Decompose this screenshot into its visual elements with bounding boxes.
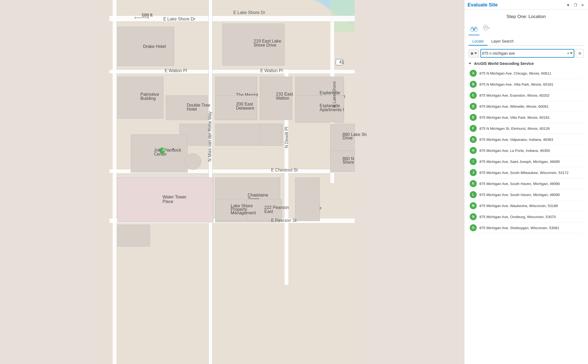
result-item[interactable]: B875 N Michigan Ave, Villa Park, Illinoi… (469, 79, 584, 90)
svg-text:Management: Management (231, 211, 256, 215)
search-row: ⊕ × ≡ (469, 49, 584, 58)
binoculars-icon (470, 24, 478, 33)
search-clear-button[interactable]: × (566, 51, 570, 55)
svg-rect-74 (295, 178, 320, 221)
svg-text:41: 41 (339, 60, 344, 64)
map-pin-plus-icon (482, 24, 491, 33)
icon-tab-locate[interactable] (469, 23, 479, 35)
svg-rect-17 (113, 0, 116, 364)
result-list: A875 N Michigan Ave, Chicago, Illinois, … (469, 68, 584, 233)
result-item[interactable]: K875 Michigan Ave, South Haven, Michigan… (469, 178, 584, 189)
result-badge: G (470, 136, 477, 143)
svg-text:Water Tower: Water Tower (162, 195, 187, 199)
result-badge: L (470, 191, 477, 198)
step-title: Step One: Location (469, 14, 584, 19)
result-badge: K (470, 180, 477, 187)
result-badge: O (470, 224, 477, 231)
tabs-row: Locate Layer Search (469, 37, 584, 46)
svg-text:Walton: Walton (276, 96, 289, 100)
result-badge: H (470, 147, 477, 154)
svg-text:E Walton Pl: E Walton Pl (165, 68, 187, 73)
result-text: 875 Michigan Ave, South Haven, Michigan,… (479, 193, 560, 197)
result-badge: D (470, 103, 477, 110)
result-badge: N (470, 213, 477, 220)
restore-button[interactable]: ❐ (573, 2, 578, 8)
search-input-dropdown-icon (570, 52, 573, 54)
svg-rect-96 (473, 29, 475, 30)
result-item[interactable]: H875 Michigan Ave, La Porte, Indiana, 46… (469, 145, 584, 156)
svg-text:Place: Place (162, 199, 173, 204)
svg-text:N Mies van der Rohe Way: N Mies van der Rohe Way (207, 111, 212, 162)
search-prefix-icon: ⊕ (471, 51, 473, 55)
result-text: 875 N Michigan St, Elmhurst, Illinois, 6… (479, 127, 550, 131)
panel-body: Step One: Location (464, 10, 588, 364)
result-item[interactable]: M875 Michigan Ave, Waukesha, Wisconsin, … (469, 200, 584, 211)
svg-text:E Pearson St: E Pearson St (271, 218, 297, 223)
svg-point-50 (185, 153, 201, 170)
icon-tabs-row (469, 23, 584, 35)
result-item[interactable]: F875 N Michigan St, Elmhurst, Illinois, … (469, 123, 584, 134)
result-text: 875 Michigan Ave, Oostburg, Wisconsin, 5… (479, 215, 556, 219)
svg-text:Drake Hotel: Drake Hotel (143, 44, 166, 49)
result-item[interactable]: L875 Michigan Ave, South Haven, Michigan… (469, 189, 584, 200)
svg-point-99 (485, 26, 486, 28)
result-badge: I (470, 158, 477, 165)
svg-text:Delaware: Delaware (236, 106, 254, 110)
svg-rect-98 (475, 27, 476, 29)
result-text: 875 N Michigan Ave, Chicago, Illinois, 6… (479, 71, 551, 75)
result-text: 875 N Michigan Ave, Villa Park, Illinois… (479, 82, 553, 86)
svg-text:589 ft: 589 ft (142, 13, 153, 18)
tab-layer-search[interactable]: Layer Search (487, 37, 517, 46)
result-badge: E (470, 114, 477, 121)
result-badge: F (470, 125, 477, 132)
result-badge: M (470, 202, 477, 209)
svg-text:Shore: Shore (343, 160, 354, 164)
svg-text:Shore Drive: Shore Drive (254, 43, 276, 47)
result-text: 875 Michigan Ave, South Milwaukee, Wisco… (479, 171, 569, 175)
result-badge: B (470, 81, 477, 88)
result-item[interactable]: A875 N Michigan Ave, Chicago, Illinois, … (469, 68, 584, 79)
tab-locate[interactable]: Locate (469, 37, 487, 46)
result-text: 875 Michigan Ave, Villa Park, Illinois, … (479, 116, 550, 120)
result-item[interactable]: E875 Michigan Ave, Villa Park, Illinois,… (469, 112, 584, 123)
svg-text:Apartments I: Apartments I (320, 107, 344, 112)
svg-text:N Lake Shore: N Lake Shore (332, 81, 337, 108)
result-text: 875 Michigan Ave, South Haven, Michigan,… (479, 182, 560, 186)
result-badge: C (470, 92, 477, 99)
result-text: 875 Michigan Ave, Wilmette, Illinois, 60… (479, 104, 548, 108)
result-text: 875 Michigan Ave, La Porte, Indiana, 463… (479, 149, 550, 153)
result-item[interactable]: N875 Michigan Ave, Oostburg, Wisconsin, … (469, 211, 584, 222)
result-badge: A (470, 70, 477, 77)
result-text: 875 Michigan Ave, Saint Joseph, Michigan… (479, 160, 560, 164)
search-prefix-button[interactable]: ⊕ (469, 49, 479, 58)
search-menu-button[interactable]: ≡ (576, 49, 584, 58)
svg-text:Hotel: Hotel (187, 107, 197, 111)
result-badge: J (470, 169, 477, 176)
close-button[interactable]: ✕ (580, 2, 585, 8)
search-input[interactable] (482, 51, 566, 55)
result-item[interactable]: O875 Michigan Ave, Sheboygan, Wisconsin,… (469, 222, 584, 233)
svg-text:E Walton Pl: E Walton Pl (260, 68, 283, 73)
result-item[interactable]: D875 Michigan Ave, Wilmette, Illinois, 6… (469, 101, 584, 112)
map-container[interactable]: Drake Hotel 219 East Lake Shore Drive Pa… (0, 0, 464, 364)
result-item[interactable]: G875 Michigan Ave, Valparaiso, Indiana, … (469, 134, 584, 145)
svg-text:East: East (264, 209, 273, 214)
svg-rect-73 (117, 225, 150, 246)
svg-text:E Lake Shore Dr: E Lake Shore Dr (163, 17, 195, 21)
svg-text:↖: ↖ (172, 147, 175, 152)
result-item[interactable]: I875 Michigan Ave, Saint Joseph, Michiga… (469, 156, 584, 167)
evaluate-site-panel: Evaluate Site ▼ ❐ ✕ Step One: Location (464, 0, 588, 364)
search-prefix-dropdown-icon (474, 52, 477, 54)
result-item[interactable]: J875 Michigan Ave, South Milwaukee, Wisc… (469, 167, 584, 178)
icon-tab-layer-search[interactable] (481, 23, 492, 35)
svg-rect-97 (472, 27, 473, 29)
panel-controls: ▼ ❐ ✕ (565, 2, 585, 8)
result-text: 875 Michigan Ave, Evanston, Illinois, 60… (479, 93, 549, 97)
panel-title: Evaluate Site (468, 2, 498, 8)
pin-button[interactable]: ▼ (565, 2, 571, 8)
geocoding-header[interactable]: ArcGIS World Geocoding Service (469, 61, 584, 66)
result-item[interactable]: C875 Michigan Ave, Evanston, Illinois, 6… (469, 90, 584, 101)
svg-text:Building: Building (140, 96, 156, 101)
svg-text:E Chestnut St: E Chestnut St (271, 168, 298, 172)
expand-arrow-icon (469, 63, 471, 64)
